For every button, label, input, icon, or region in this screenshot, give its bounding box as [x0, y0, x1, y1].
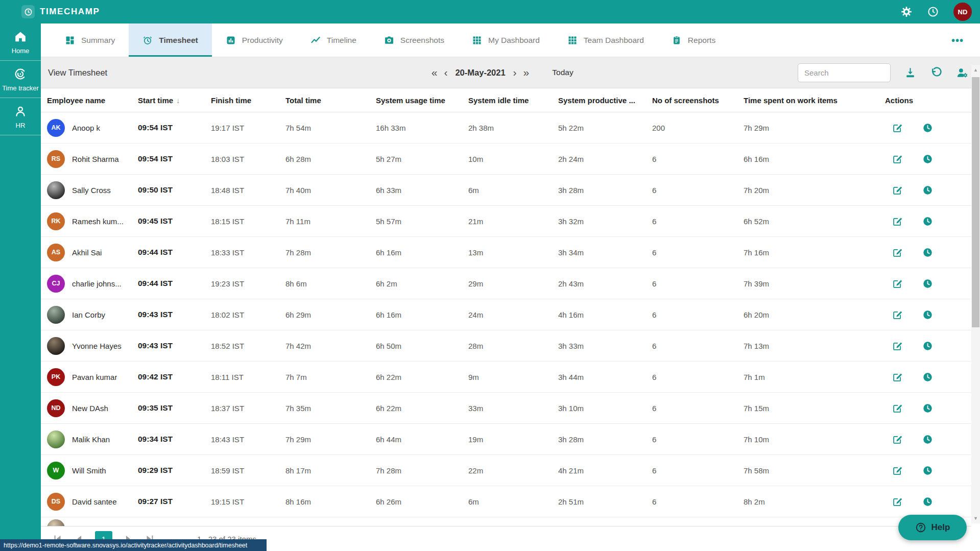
column-header-system-productive[interactable]: System productive ...	[558, 96, 652, 105]
sidebar-item-time-tracker[interactable]: Time tracker	[0, 61, 41, 98]
edit-icon[interactable]	[892, 216, 903, 227]
cell-start: 09:43 IST	[138, 310, 211, 319]
vertical-scrollbar[interactable]: ▲ ▼	[971, 65, 980, 523]
actions-cell	[885, 403, 971, 414]
edit-icon[interactable]	[892, 341, 903, 351]
scrollbar-thumb[interactable]	[972, 77, 979, 327]
actions-cell	[885, 154, 971, 164]
actions-cell	[885, 278, 971, 289]
history-icon[interactable]	[930, 66, 943, 79]
tab-screenshots[interactable]: Screenshots	[370, 23, 458, 57]
employee-name-cell: RSRohit Sharma	[41, 150, 138, 168]
column-header-system-usage-time[interactable]: System usage time	[376, 96, 468, 105]
table-row: NDNew DAsh09:35 IST18:37 IST7h 35m6h 22m…	[41, 393, 971, 424]
clock-filled-icon[interactable]	[922, 465, 933, 476]
scroll-up-arrow-icon[interactable]: ▲	[971, 66, 980, 74]
timesheet-toolbar: View Timesheet « ‹ 20-May-2021 › » Today	[41, 57, 980, 88]
tab-timesheet[interactable]: Timesheet	[129, 23, 211, 57]
settings-gear-icon[interactable]	[900, 6, 913, 18]
today-button[interactable]: Today	[552, 68, 573, 77]
cell-finish: 18:02 IST	[211, 310, 285, 319]
actions-cell	[885, 309, 971, 320]
cell-work-items: 7h 58m	[744, 466, 885, 475]
cell-total: 7h 42m	[285, 342, 376, 350]
help-button[interactable]: Help	[898, 515, 967, 540]
clock-filled-icon[interactable]	[922, 434, 933, 445]
clock-filled-icon[interactable]	[922, 341, 933, 351]
edit-icon[interactable]	[892, 185, 903, 196]
edit-icon[interactable]	[892, 434, 903, 445]
table-row: RSRohit Sharma09:54 IST18:03 IST6h 28m5h…	[41, 143, 971, 175]
column-header-actions[interactable]: Actions	[885, 96, 971, 105]
next-date-button[interactable]: ›	[512, 67, 518, 78]
tab-summary[interactable]: Summary	[51, 23, 129, 57]
edit-icon[interactable]	[892, 465, 903, 476]
clock-filled-icon[interactable]	[922, 185, 933, 196]
more-tabs-button[interactable]: •••	[951, 38, 964, 43]
last-date-button[interactable]: »	[522, 67, 531, 78]
clock-filled-icon[interactable]	[922, 309, 933, 320]
tab-label: My Dashboard	[488, 36, 540, 45]
user-avatar[interactable]: ND	[953, 3, 972, 21]
cell-total: 7h 28m	[285, 248, 376, 257]
edit-icon[interactable]	[892, 496, 903, 507]
edit-icon[interactable]	[892, 154, 903, 164]
actions-cell	[885, 123, 971, 133]
search-input[interactable]	[798, 63, 891, 82]
cell-work-items: 8h 2m	[744, 497, 885, 506]
edit-icon[interactable]	[892, 247, 903, 258]
cell-screenshots: 6	[652, 466, 744, 475]
cell-finish: 18:48 IST	[211, 186, 285, 195]
cell-idle: 24m	[468, 310, 558, 319]
column-header-employee-name[interactable]: Employee name	[41, 96, 138, 105]
table-row-partial	[41, 517, 971, 526]
clock-filled-icon[interactable]	[922, 278, 933, 289]
clock-filled-icon[interactable]	[922, 496, 933, 507]
prev-date-button[interactable]: ‹	[443, 67, 448, 78]
column-header-time-spent-on-work-items[interactable]: Time spent on work items	[744, 96, 885, 105]
table-row: CJcharlie johns...09:44 IST19:23 IST8h 6…	[41, 268, 971, 299]
edit-icon[interactable]	[892, 309, 903, 320]
employee-name: Yvonne Hayes	[72, 342, 122, 350]
first-date-button[interactable]: «	[431, 67, 439, 78]
cell-start: 09:29 IST	[138, 466, 211, 475]
clock-filled-icon[interactable]	[922, 154, 933, 164]
column-header-finish-time[interactable]: Finish time	[211, 96, 285, 105]
column-header-start-time[interactable]: Start time↓	[138, 96, 211, 105]
cell-idle: 21m	[468, 217, 558, 226]
table-row: PKPavan kumar09:42 IST18:11 IST7h 7m6h 2…	[41, 362, 971, 393]
scroll-down-arrow-icon[interactable]: ▼	[971, 514, 980, 522]
tab-reports[interactable]: Reports	[658, 23, 729, 57]
sidebar-item-home[interactable]: Home	[0, 23, 41, 61]
clock-filled-icon[interactable]	[922, 372, 933, 382]
edit-icon[interactable]	[892, 372, 903, 382]
brand-logo[interactable]: TIMECHAMP	[21, 5, 100, 18]
avatar: RK	[47, 212, 65, 230]
user-settings-icon[interactable]	[956, 66, 969, 79]
edit-icon[interactable]	[892, 123, 903, 133]
column-header-total-time[interactable]: Total time	[285, 96, 376, 105]
column-header-system-idle-time[interactable]: System idle time	[468, 96, 558, 105]
sidebar-item-hr[interactable]: HR	[0, 98, 41, 135]
cell-finish: 19:23 IST	[211, 279, 285, 288]
cell-finish: 19:15 IST	[211, 497, 285, 506]
tab-team-dashboard[interactable]: Team Dashboard	[554, 23, 658, 57]
tab-productivity[interactable]: Productivity	[212, 23, 297, 57]
cell-productive: 3h 44m	[558, 373, 652, 381]
edit-icon[interactable]	[892, 278, 903, 289]
clock-filled-icon[interactable]	[922, 123, 933, 133]
tab-timeline[interactable]: Timeline	[297, 23, 370, 57]
edit-icon[interactable]	[892, 403, 903, 414]
cell-idle: 10m	[468, 155, 558, 163]
clock-icon[interactable]	[927, 6, 939, 18]
help-question-icon	[915, 522, 926, 533]
download-icon[interactable]	[904, 66, 917, 79]
clock-filled-icon[interactable]	[922, 403, 933, 414]
brand-clock-icon	[21, 5, 35, 18]
clock-filled-icon[interactable]	[922, 247, 933, 258]
cell-usage: 6h 26m	[376, 497, 468, 506]
column-header-no-of-screenshots[interactable]: No of screenshots	[652, 96, 744, 105]
tab-my-dashboard[interactable]: My Dashboard	[458, 23, 554, 57]
clock-filled-icon[interactable]	[922, 216, 933, 227]
table-row: WWill Smith09:29 IST18:59 IST8h 17m7h 28…	[41, 455, 971, 486]
